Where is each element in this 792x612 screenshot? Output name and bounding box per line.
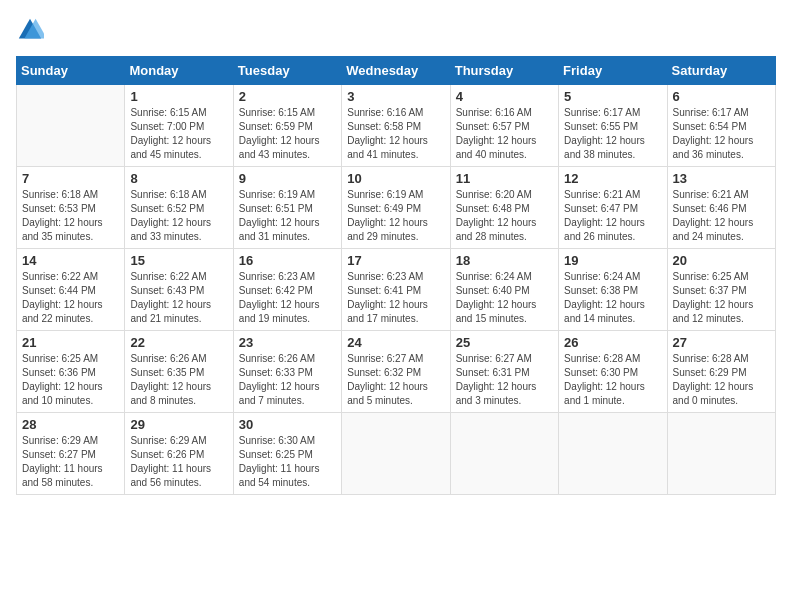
cell-info: Sunrise: 6:28 AM Sunset: 6:29 PM Dayligh… — [673, 352, 770, 408]
calendar-table: SundayMondayTuesdayWednesdayThursdayFrid… — [16, 56, 776, 495]
calendar-cell: 6Sunrise: 6:17 AM Sunset: 6:54 PM Daylig… — [667, 85, 775, 167]
cell-info: Sunrise: 6:25 AM Sunset: 6:37 PM Dayligh… — [673, 270, 770, 326]
cell-info: Sunrise: 6:26 AM Sunset: 6:33 PM Dayligh… — [239, 352, 336, 408]
cell-info: Sunrise: 6:18 AM Sunset: 6:53 PM Dayligh… — [22, 188, 119, 244]
calendar-cell: 22Sunrise: 6:26 AM Sunset: 6:35 PM Dayli… — [125, 331, 233, 413]
cell-info: Sunrise: 6:21 AM Sunset: 6:46 PM Dayligh… — [673, 188, 770, 244]
calendar-cell: 25Sunrise: 6:27 AM Sunset: 6:31 PM Dayli… — [450, 331, 558, 413]
day-number: 26 — [564, 335, 661, 350]
calendar-cell: 24Sunrise: 6:27 AM Sunset: 6:32 PM Dayli… — [342, 331, 450, 413]
calendar-cell: 5Sunrise: 6:17 AM Sunset: 6:55 PM Daylig… — [559, 85, 667, 167]
calendar-cell: 30Sunrise: 6:30 AM Sunset: 6:25 PM Dayli… — [233, 413, 341, 495]
calendar-week-row: 14Sunrise: 6:22 AM Sunset: 6:44 PM Dayli… — [17, 249, 776, 331]
cell-info: Sunrise: 6:19 AM Sunset: 6:51 PM Dayligh… — [239, 188, 336, 244]
day-number: 30 — [239, 417, 336, 432]
day-number: 20 — [673, 253, 770, 268]
day-number: 9 — [239, 171, 336, 186]
calendar-cell: 28Sunrise: 6:29 AM Sunset: 6:27 PM Dayli… — [17, 413, 125, 495]
day-number: 2 — [239, 89, 336, 104]
cell-info: Sunrise: 6:16 AM Sunset: 6:57 PM Dayligh… — [456, 106, 553, 162]
logo — [16, 16, 48, 44]
calendar-cell: 8Sunrise: 6:18 AM Sunset: 6:52 PM Daylig… — [125, 167, 233, 249]
cell-info: Sunrise: 6:29 AM Sunset: 6:27 PM Dayligh… — [22, 434, 119, 490]
cell-info: Sunrise: 6:20 AM Sunset: 6:48 PM Dayligh… — [456, 188, 553, 244]
cell-info: Sunrise: 6:25 AM Sunset: 6:36 PM Dayligh… — [22, 352, 119, 408]
calendar-cell — [342, 413, 450, 495]
day-number: 4 — [456, 89, 553, 104]
calendar-cell: 21Sunrise: 6:25 AM Sunset: 6:36 PM Dayli… — [17, 331, 125, 413]
cell-info: Sunrise: 6:16 AM Sunset: 6:58 PM Dayligh… — [347, 106, 444, 162]
cell-info: Sunrise: 6:26 AM Sunset: 6:35 PM Dayligh… — [130, 352, 227, 408]
calendar-cell: 20Sunrise: 6:25 AM Sunset: 6:37 PM Dayli… — [667, 249, 775, 331]
day-number: 3 — [347, 89, 444, 104]
day-number: 13 — [673, 171, 770, 186]
calendar-cell: 27Sunrise: 6:28 AM Sunset: 6:29 PM Dayli… — [667, 331, 775, 413]
calendar-cell: 29Sunrise: 6:29 AM Sunset: 6:26 PM Dayli… — [125, 413, 233, 495]
calendar-cell: 15Sunrise: 6:22 AM Sunset: 6:43 PM Dayli… — [125, 249, 233, 331]
calendar-cell: 14Sunrise: 6:22 AM Sunset: 6:44 PM Dayli… — [17, 249, 125, 331]
calendar-week-row: 7Sunrise: 6:18 AM Sunset: 6:53 PM Daylig… — [17, 167, 776, 249]
calendar-week-row: 21Sunrise: 6:25 AM Sunset: 6:36 PM Dayli… — [17, 331, 776, 413]
cell-info: Sunrise: 6:27 AM Sunset: 6:31 PM Dayligh… — [456, 352, 553, 408]
day-number: 1 — [130, 89, 227, 104]
cell-info: Sunrise: 6:22 AM Sunset: 6:44 PM Dayligh… — [22, 270, 119, 326]
cell-info: Sunrise: 6:17 AM Sunset: 6:54 PM Dayligh… — [673, 106, 770, 162]
cell-info: Sunrise: 6:23 AM Sunset: 6:42 PM Dayligh… — [239, 270, 336, 326]
calendar-cell: 26Sunrise: 6:28 AM Sunset: 6:30 PM Dayli… — [559, 331, 667, 413]
calendar-cell — [17, 85, 125, 167]
calendar-cell: 18Sunrise: 6:24 AM Sunset: 6:40 PM Dayli… — [450, 249, 558, 331]
calendar-header-row: SundayMondayTuesdayWednesdayThursdayFrid… — [17, 57, 776, 85]
day-header-wednesday: Wednesday — [342, 57, 450, 85]
day-number: 24 — [347, 335, 444, 350]
day-number: 19 — [564, 253, 661, 268]
calendar-cell — [559, 413, 667, 495]
cell-info: Sunrise: 6:27 AM Sunset: 6:32 PM Dayligh… — [347, 352, 444, 408]
cell-info: Sunrise: 6:21 AM Sunset: 6:47 PM Dayligh… — [564, 188, 661, 244]
day-header-thursday: Thursday — [450, 57, 558, 85]
calendar-week-row: 28Sunrise: 6:29 AM Sunset: 6:27 PM Dayli… — [17, 413, 776, 495]
day-number: 5 — [564, 89, 661, 104]
day-header-friday: Friday — [559, 57, 667, 85]
cell-info: Sunrise: 6:19 AM Sunset: 6:49 PM Dayligh… — [347, 188, 444, 244]
calendar-cell: 23Sunrise: 6:26 AM Sunset: 6:33 PM Dayli… — [233, 331, 341, 413]
calendar-cell: 10Sunrise: 6:19 AM Sunset: 6:49 PM Dayli… — [342, 167, 450, 249]
calendar-cell: 13Sunrise: 6:21 AM Sunset: 6:46 PM Dayli… — [667, 167, 775, 249]
calendar-cell: 17Sunrise: 6:23 AM Sunset: 6:41 PM Dayli… — [342, 249, 450, 331]
day-number: 18 — [456, 253, 553, 268]
cell-info: Sunrise: 6:15 AM Sunset: 7:00 PM Dayligh… — [130, 106, 227, 162]
day-number: 12 — [564, 171, 661, 186]
cell-info: Sunrise: 6:24 AM Sunset: 6:38 PM Dayligh… — [564, 270, 661, 326]
day-number: 27 — [673, 335, 770, 350]
calendar-cell — [667, 413, 775, 495]
calendar-cell: 7Sunrise: 6:18 AM Sunset: 6:53 PM Daylig… — [17, 167, 125, 249]
day-number: 28 — [22, 417, 119, 432]
cell-info: Sunrise: 6:29 AM Sunset: 6:26 PM Dayligh… — [130, 434, 227, 490]
calendar-cell: 9Sunrise: 6:19 AM Sunset: 6:51 PM Daylig… — [233, 167, 341, 249]
day-number: 29 — [130, 417, 227, 432]
day-header-monday: Monday — [125, 57, 233, 85]
calendar-week-row: 1Sunrise: 6:15 AM Sunset: 7:00 PM Daylig… — [17, 85, 776, 167]
calendar-cell: 4Sunrise: 6:16 AM Sunset: 6:57 PM Daylig… — [450, 85, 558, 167]
calendar-cell: 16Sunrise: 6:23 AM Sunset: 6:42 PM Dayli… — [233, 249, 341, 331]
cell-info: Sunrise: 6:23 AM Sunset: 6:41 PM Dayligh… — [347, 270, 444, 326]
day-number: 21 — [22, 335, 119, 350]
calendar-cell: 11Sunrise: 6:20 AM Sunset: 6:48 PM Dayli… — [450, 167, 558, 249]
cell-info: Sunrise: 6:22 AM Sunset: 6:43 PM Dayligh… — [130, 270, 227, 326]
calendar-cell: 2Sunrise: 6:15 AM Sunset: 6:59 PM Daylig… — [233, 85, 341, 167]
day-header-sunday: Sunday — [17, 57, 125, 85]
cell-info: Sunrise: 6:17 AM Sunset: 6:55 PM Dayligh… — [564, 106, 661, 162]
calendar-cell: 19Sunrise: 6:24 AM Sunset: 6:38 PM Dayli… — [559, 249, 667, 331]
cell-info: Sunrise: 6:18 AM Sunset: 6:52 PM Dayligh… — [130, 188, 227, 244]
day-number: 23 — [239, 335, 336, 350]
page-header — [16, 16, 776, 44]
day-number: 25 — [456, 335, 553, 350]
cell-info: Sunrise: 6:15 AM Sunset: 6:59 PM Dayligh… — [239, 106, 336, 162]
day-number: 16 — [239, 253, 336, 268]
day-number: 6 — [673, 89, 770, 104]
calendar-cell: 12Sunrise: 6:21 AM Sunset: 6:47 PM Dayli… — [559, 167, 667, 249]
day-header-tuesday: Tuesday — [233, 57, 341, 85]
day-number: 17 — [347, 253, 444, 268]
calendar-cell: 3Sunrise: 6:16 AM Sunset: 6:58 PM Daylig… — [342, 85, 450, 167]
day-number: 14 — [22, 253, 119, 268]
day-number: 11 — [456, 171, 553, 186]
